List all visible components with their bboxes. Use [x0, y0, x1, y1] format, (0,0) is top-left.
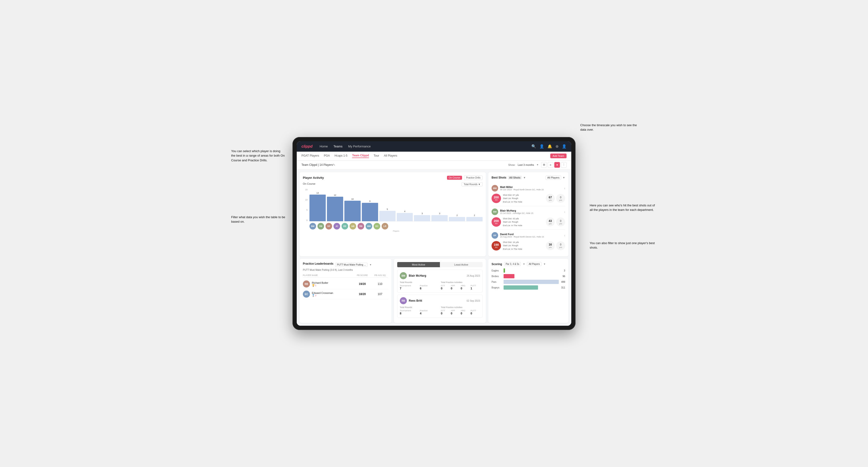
add-team-button[interactable]: Add Team: [550, 154, 566, 158]
best-shots-header: Best Shots All Shots ▼ All Players ▼: [492, 176, 565, 180]
avatar-g-billingham[interactable]: GB: [349, 223, 356, 229]
dropdown-arrow-shots: ▼: [523, 176, 526, 179]
bell-icon[interactable]: 🔔: [548, 144, 552, 149]
search-icon[interactable]: 🔍: [531, 144, 536, 149]
bar-m-miller: 3: [431, 212, 448, 221]
avatar-e-ebert[interactable]: EE: [342, 223, 348, 229]
shot-stat-dist-3: 16 yds: [546, 241, 555, 250]
shot-player-meta-3: 24 Aug 2023 · Royal North Devon GC, Hole…: [500, 236, 562, 238]
scoring-title: Scoring: [492, 262, 502, 266]
shot-stat-zero-2: 0 yds: [556, 217, 565, 226]
dropdown-arrow-players: ▼: [563, 176, 565, 179]
scoring-count-birdies: 96: [563, 275, 565, 278]
shot-player-meta-1: 09 Jun 2023 · Royal North Devon GC, Hole…: [500, 188, 562, 191]
x-axis-label: Players: [309, 230, 483, 232]
shot-badge-2: 200 SG: [492, 217, 501, 227]
lb-score-edward: 18/20: [353, 292, 372, 296]
avatar-j-coles[interactable]: JC: [334, 223, 340, 229]
avatar-d-ford[interactable]: DF: [326, 223, 332, 229]
shot-stat-dist-2: 43 yds: [546, 217, 555, 226]
bar-g-billingham: 4: [397, 210, 413, 221]
tablet-screen: clippd Home Teams My Performance 🔍 👤 🔔 ⊕…: [297, 141, 571, 326]
shot-badge-1: 200 SG: [492, 194, 501, 203]
avatar-r-britt[interactable]: RB: [317, 223, 324, 229]
filter-view-icon[interactable]: ⋮: [561, 162, 566, 168]
y-label-0: 0: [306, 219, 308, 221]
shot-entry-blair-mcharg: BM Blair McHarg 23 Jul 2023 · Ashridge G…: [492, 206, 565, 230]
bar-l-robertson: 2: [466, 214, 483, 221]
shot-stats-2: 43 yds 0 yds: [546, 217, 565, 226]
lb-avg-edward: 107: [372, 292, 388, 296]
avatar-m-miller[interactable]: MM: [366, 223, 372, 229]
grid-view-icon[interactable]: ⊞: [541, 162, 547, 168]
user-icon[interactable]: 👤: [562, 144, 566, 149]
bar-r-butler: 3: [414, 212, 430, 221]
shot-stat-zero-1: 0 yds: [556, 194, 565, 203]
shot-stat-zero-3: 0 yds: [556, 241, 565, 250]
scoring-header: Scoring Par 3, 4 & 5s ▼ All Players ▼: [492, 262, 565, 266]
active-tabs: Most Active Least Active: [397, 262, 483, 267]
avatar-e-crossman[interactable]: EC: [374, 223, 380, 229]
most-active-card: Most Active Least Active BM Blair McHarg…: [394, 259, 486, 323]
show-value[interactable]: Last 3 months: [518, 163, 534, 166]
practice-leaderboards-card: Practice Leaderboards PUTT Must Make Put…: [300, 259, 392, 323]
shot-player-info-matt-miller: Matt Miller 09 Jun 2023 · Royal North De…: [500, 186, 562, 191]
shot-player-info-blair-mcharg: Blair McHarg 23 Jul 2023 · Ashridge GC, …: [500, 209, 562, 214]
edit-icon[interactable]: ✎: [333, 163, 335, 166]
nav-home[interactable]: Home: [319, 145, 328, 148]
nav-my-performance[interactable]: My Performance: [348, 145, 371, 148]
shot-chevron-2[interactable]: ›: [564, 210, 565, 214]
nav-teams[interactable]: Teams: [334, 145, 342, 148]
best-shots-title: Best Shots: [492, 176, 506, 179]
total-rounds-dropdown[interactable]: Total Rounds ▼: [462, 182, 483, 186]
y-label-10: 10: [305, 198, 308, 201]
leaderboards-dropdown[interactable]: PUTT Must Make Putting ...: [335, 263, 368, 267]
col-avg: PB AVG SQ: [372, 274, 388, 276]
avatar-l-robertson[interactable]: LR: [382, 223, 388, 229]
chart-area: On Course Total Rounds ▼ 15 10 5 0: [303, 182, 483, 232]
team-header-controls: Show: Last 3 months ▼ ⊞ ≡ ♥ ⋮: [508, 162, 566, 168]
practice-drills-button[interactable]: Practice Drills: [464, 176, 483, 180]
apc-name-blair: Blair McHarg: [409, 274, 465, 277]
on-course-button[interactable]: On Course: [447, 176, 462, 180]
avatar-b-mcharg[interactable]: BM: [309, 223, 316, 229]
col-player: PLAYER NAME: [303, 274, 353, 276]
apc-stats-blair: Total Rounds Tournament Practice 7 6: [400, 281, 480, 290]
shot-chevron-1[interactable]: ›: [564, 186, 565, 190]
subnav-pgat[interactable]: PGAT Players: [302, 154, 319, 158]
scoring-dropdown-2[interactable]: All Players: [527, 262, 541, 266]
shot-chevron-3[interactable]: ›: [564, 234, 565, 237]
subnav-pga[interactable]: PGA: [324, 154, 330, 158]
all-players-dropdown[interactable]: All Players: [546, 176, 561, 180]
annotation-player-select: You can select which player is doing the…: [231, 149, 285, 163]
scoring-dropdown-1[interactable]: Par 3, 4 & 5s: [504, 262, 521, 266]
apc-avatar-rees: RB: [400, 297, 407, 304]
subnav-tour[interactable]: Tour: [374, 154, 379, 158]
shot-player-info-david-ford: David Ford 24 Aug 2023 · Royal North Dev…: [500, 233, 562, 238]
scoring-bar-pars: [503, 280, 559, 284]
least-active-tab[interactable]: Least Active: [440, 262, 483, 267]
bar-e-ebert: 5: [379, 208, 396, 221]
avatar-r-butler[interactable]: RB: [358, 223, 364, 229]
view-icons: ⊞ ≡ ♥ ⋮: [541, 162, 566, 168]
main-content: Player Activity On Course Practice Drill…: [297, 169, 571, 326]
leaderboards-header: Practice Leaderboards PUTT Must Make Put…: [303, 262, 388, 267]
list-view-icon[interactable]: ≡: [548, 162, 553, 168]
subnav-all-players[interactable]: All Players: [384, 154, 397, 158]
scoring-bar-bogeys: [503, 285, 538, 290]
subnav-team-clippd[interactable]: Team Clippd: [352, 154, 369, 158]
add-icon[interactable]: ⊕: [555, 144, 559, 149]
shot-info-1: Shot Dist: 67 yds Start Lie: Rough End L…: [503, 193, 544, 204]
shot-info-3: Shot Dist: 16 yds Start Lie: Rough End L…: [503, 241, 544, 251]
player-activity-card: Player Activity On Course Practice Drill…: [300, 172, 486, 257]
tablet-frame: clippd Home Teams My Performance 🔍 👤 🔔 ⊕…: [292, 137, 576, 330]
heart-view-icon[interactable]: ♥: [554, 162, 560, 168]
most-active-tab[interactable]: Most Active: [397, 262, 440, 267]
profile-icon[interactable]: 👤: [539, 144, 544, 149]
subnav-hcaps[interactable]: Hcaps 1-5: [335, 154, 347, 158]
shot-player-name-2: Blair McHarg: [500, 209, 562, 212]
annotation-filter: Filter what data you wish the table to b…: [231, 215, 285, 224]
scoring-card: Scoring Par 3, 4 & 5s ▼ All Players ▼ Ea…: [488, 259, 568, 323]
lb-row-edward-crossman: EC Edward Crossman 🥈 2 18/20: [303, 289, 388, 299]
all-shots-tab[interactable]: All Shots: [508, 176, 522, 180]
